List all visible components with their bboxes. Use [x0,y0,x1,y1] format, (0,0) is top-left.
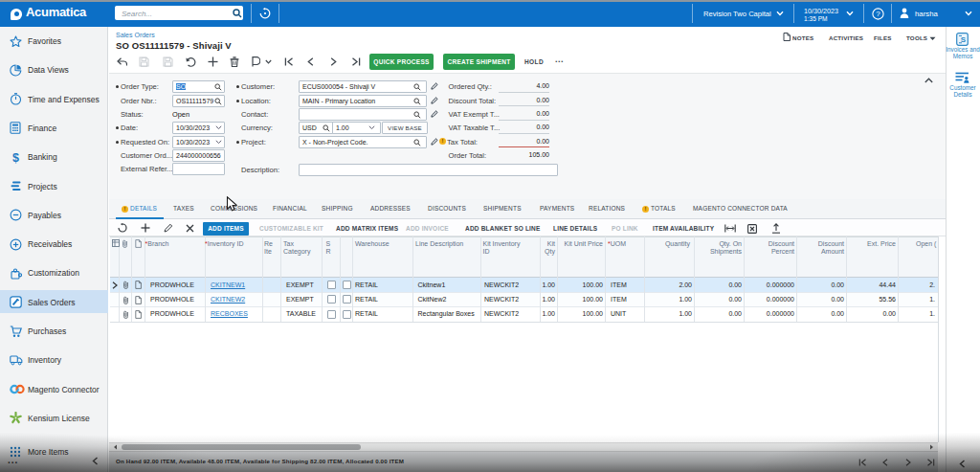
svg-text:?: ? [876,10,880,18]
svg-text:$: $ [12,151,19,164]
svg-text:S: S [961,35,967,44]
